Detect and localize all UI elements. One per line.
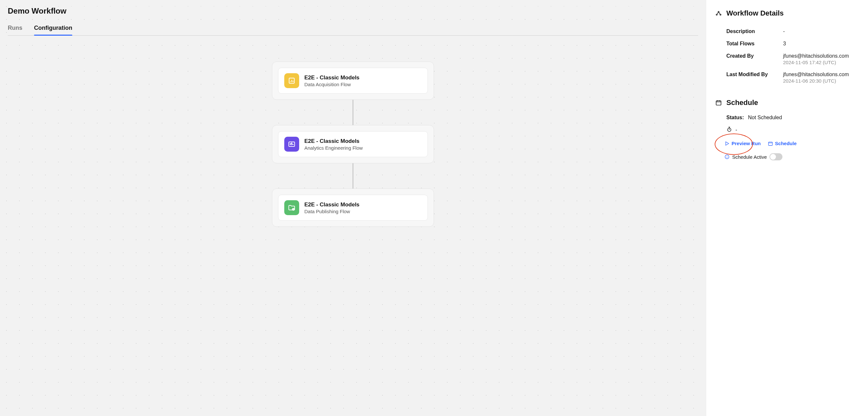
detail-value: -: [783, 29, 859, 34]
details-panel: Workflow Details Description - Total Flo…: [706, 0, 868, 416]
workflow-canvas-panel: Demo Workflow Runs Configuration E2E - C…: [0, 0, 706, 416]
preview-run-button[interactable]: Preview Run: [724, 140, 761, 146]
tabs: Runs Configuration: [8, 25, 698, 36]
page-title: Demo Workflow: [8, 6, 698, 15]
tab-configuration[interactable]: Configuration: [34, 25, 72, 35]
schedule-active-label: Schedule Active: [732, 154, 767, 160]
schedule-button[interactable]: Schedule: [768, 140, 797, 146]
detail-row-modified-by: Last Modified By jfunes@hitachisolutions…: [715, 68, 859, 87]
pulse-icon: [284, 137, 299, 152]
detail-row-total-flows: Total Flows 3: [715, 38, 859, 50]
stopwatch-icon: [726, 126, 732, 133]
timer-value: -: [736, 127, 737, 133]
flow-connector: [353, 100, 353, 125]
chart-icon: [284, 73, 299, 88]
detail-value: jfunes@hitachisolutions.com: [783, 72, 859, 77]
calendar-small-icon: [768, 141, 773, 146]
flow-node-subtitle: Analytics Engineering Flow: [304, 145, 363, 151]
svg-rect-8: [769, 142, 772, 146]
detail-label: Total Flows: [726, 41, 783, 47]
detail-row-description: Description -: [715, 25, 859, 38]
section-title: Workflow Details: [726, 9, 784, 18]
svg-point-5: [720, 14, 721, 15]
schedule-label: Schedule: [775, 140, 797, 146]
flow-node-inner: E2E - Classic Models Analytics Engineeri…: [278, 131, 428, 157]
folder-icon: [284, 200, 299, 215]
svg-point-4: [718, 11, 719, 12]
svg-point-3: [716, 14, 717, 15]
play-icon: [724, 141, 730, 146]
detail-subvalue: 2024-11-05 17:42 (UTC): [783, 60, 859, 65]
flow-node-inner: E2E - Classic Models Data Publishing Flo…: [278, 195, 428, 221]
detail-subvalue: 2024-11-06 20:30 (UTC): [783, 78, 859, 84]
info-icon: [724, 154, 730, 159]
flow-node-title: E2E - Classic Models: [304, 138, 363, 145]
flow-node-subtitle: Data Acquisition Flow: [304, 82, 360, 87]
detail-value: jfunes@hitachisolutions.com: [783, 53, 859, 59]
detail-row-created-by: Created By jfunes@hitachisolutions.com 2…: [715, 50, 859, 68]
schedule-header: Schedule: [715, 98, 859, 107]
status-label: Status:: [726, 115, 744, 120]
calendar-icon: [715, 99, 722, 106]
flow-connector: [353, 163, 353, 189]
flow-node-inner: E2E - Classic Models Data Acquisition Fl…: [278, 68, 428, 94]
tab-runs[interactable]: Runs: [8, 25, 22, 35]
flow-node[interactable]: E2E - Classic Models Data Acquisition Fl…: [272, 62, 434, 100]
detail-label: Created By: [726, 53, 783, 65]
flow-node-subtitle: Data Publishing Flow: [304, 209, 360, 214]
section-title: Schedule: [726, 98, 758, 107]
schedule-actions: Preview Run Schedule Schedule Active: [715, 140, 859, 160]
svg-rect-6: [716, 101, 721, 105]
workflow-icon: [715, 10, 722, 17]
detail-value: 3: [783, 41, 859, 47]
detail-label: Last Modified By: [726, 72, 783, 84]
schedule-status: Status: Not Scheduled: [715, 115, 859, 121]
preview-run-label: Preview Run: [732, 140, 761, 146]
flow-stack: E2E - Classic Models Data Acquisition Fl…: [272, 62, 434, 227]
flow-node-title: E2E - Classic Models: [304, 201, 360, 208]
flow-node-title: E2E - Classic Models: [304, 74, 360, 81]
status-value: Not Scheduled: [748, 115, 782, 120]
schedule-active-toggle[interactable]: [770, 153, 782, 160]
flow-node[interactable]: E2E - Classic Models Analytics Engineeri…: [272, 125, 434, 163]
details-header: Workflow Details: [715, 9, 859, 18]
schedule-timer: -: [715, 126, 859, 133]
detail-label: Description: [726, 29, 783, 34]
workflow-canvas[interactable]: E2E - Classic Models Data Acquisition Fl…: [8, 36, 698, 410]
flow-node[interactable]: E2E - Classic Models Data Publishing Flo…: [272, 189, 434, 227]
